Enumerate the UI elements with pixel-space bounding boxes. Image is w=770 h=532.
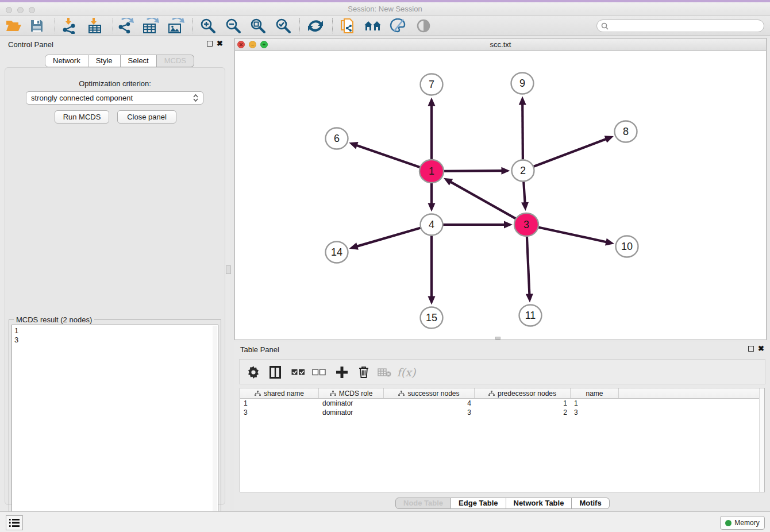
select-all-rows-icon[interactable] — [290, 364, 306, 380]
table-cell[interactable]: 1 — [571, 399, 619, 408]
main-titlebar[interactable]: Session: New Session — [0, 2, 770, 16]
toolbar-separator — [192, 18, 192, 33]
close-panel-icon[interactable]: ✖ — [217, 39, 223, 48]
network-graph[interactable]: 7968124314101511 — [236, 52, 765, 340]
edge-2-3[interactable] — [523, 182, 525, 204]
apply-style-icon[interactable] — [388, 17, 407, 34]
network-canvas[interactable]: 7968124314101511 — [236, 52, 765, 340]
memory-button[interactable]: Memory — [720, 516, 765, 530]
scrollbar[interactable] — [213, 326, 217, 532]
edge-3-10[interactable] — [538, 227, 608, 242]
node-9[interactable]: 9 — [511, 73, 534, 94]
zoom-in-icon[interactable] — [199, 17, 217, 34]
column-header-name[interactable]: name — [571, 388, 619, 398]
node-11[interactable]: 11 — [519, 305, 542, 326]
column-header-predecessor-nodes[interactable]: predecessor nodes — [475, 388, 571, 398]
table-cell[interactable]: dominator — [319, 408, 384, 417]
table-cell[interactable]: 1 — [475, 399, 571, 408]
node-3[interactable]: 3 — [514, 213, 538, 236]
splitter-handle[interactable] — [226, 265, 231, 274]
table-scrollbar[interactable] — [759, 388, 764, 492]
zoom-window-icon[interactable] — [29, 7, 35, 13]
table-cell[interactable]: 3 — [571, 408, 619, 417]
canvas-scroll-thumb[interactable] — [495, 337, 500, 340]
edge-1-6[interactable] — [356, 145, 421, 167]
task-history-button[interactable] — [6, 515, 23, 530]
deselect-all-rows-icon[interactable] — [311, 364, 327, 380]
edge-3-1[interactable] — [449, 182, 515, 219]
zoom-selected-icon[interactable] — [274, 17, 292, 34]
tab-node-table[interactable]: Node Table — [395, 498, 451, 509]
open-file-icon[interactable] — [4, 17, 22, 34]
close-window-icon[interactable] — [6, 7, 12, 13]
minimize-window-icon[interactable] — [17, 7, 24, 13]
node-7[interactable]: 7 — [421, 74, 443, 95]
column-browser-icon[interactable] — [267, 364, 283, 380]
node-2[interactable]: 2 — [512, 160, 534, 182]
column-type-icon — [330, 391, 336, 396]
edge-3-11[interactable] — [527, 237, 530, 296]
import-network-icon[interactable] — [60, 17, 78, 34]
export-network-icon[interactable] — [116, 17, 134, 34]
tab-style[interactable]: Style — [88, 55, 121, 67]
column-header-shared-name[interactable]: shared name — [240, 388, 319, 398]
node-10[interactable]: 10 — [616, 236, 638, 257]
table-body[interactable]: 1dominator4113dominator323 — [240, 399, 764, 417]
edge-2-9[interactable] — [522, 103, 523, 159]
show-hide-icon[interactable] — [414, 17, 433, 34]
zoom-out-icon[interactable] — [224, 17, 242, 34]
gear-icon[interactable] — [245, 364, 261, 380]
float-panel-icon[interactable] — [748, 346, 754, 352]
delete-column-icon[interactable] — [376, 364, 392, 380]
table-row[interactable]: 3dominator323 — [240, 408, 764, 417]
network-window-titlebar[interactable]: ✕ – + scc.txt — [235, 38, 766, 51]
tab-edge-table[interactable]: Edge Table — [451, 498, 506, 509]
table-cell[interactable]: 3 — [384, 408, 475, 417]
tab-network-table[interactable]: Network Table — [506, 498, 572, 509]
column-header-MCDS-role[interactable]: MCDS role — [319, 388, 384, 398]
node-6[interactable]: 6 — [326, 128, 348, 149]
clone-network-icon[interactable] — [338, 17, 357, 34]
node-14[interactable]: 14 — [326, 242, 348, 263]
node-table[interactable]: shared nameMCDS rolesuccessor nodesprede… — [240, 388, 765, 492]
criterion-select[interactable]: strongly connected component — [26, 91, 203, 105]
delete-icon[interactable] — [356, 364, 372, 380]
table-header[interactable]: shared nameMCDS rolesuccessor nodesprede… — [240, 388, 764, 399]
float-panel-icon[interactable] — [207, 41, 213, 47]
node-8[interactable]: 8 — [615, 121, 637, 142]
tab-motifs[interactable]: Motifs — [572, 498, 609, 509]
network-zoom-icon[interactable]: + — [260, 41, 268, 48]
search-input[interactable] — [596, 20, 764, 32]
tab-network[interactable]: Network — [45, 55, 88, 67]
edge-1-2[interactable] — [444, 171, 503, 171]
table-cell[interactable]: 4 — [384, 399, 475, 408]
tab-select[interactable]: Select — [121, 55, 157, 67]
network-overview-icon[interactable] — [364, 17, 382, 34]
node-4[interactable]: 4 — [421, 214, 443, 236]
node-1[interactable]: 1 — [419, 160, 444, 183]
save-session-icon[interactable] — [28, 17, 46, 34]
table-cell[interactable]: 3 — [240, 408, 319, 417]
edge-2-8[interactable] — [533, 138, 607, 167]
import-table-icon[interactable] — [86, 17, 104, 34]
run-mcds-button[interactable]: Run MCDS — [55, 110, 109, 124]
apply-layout-icon[interactable] — [306, 17, 325, 34]
export-image-icon[interactable] — [167, 17, 185, 34]
column-header-successor-nodes[interactable]: successor nodes — [384, 388, 475, 398]
zoom-fit-icon[interactable] — [249, 17, 267, 34]
mcds-result-list[interactable]: 1 3 — [11, 325, 218, 532]
table-cell[interactable]: 1 — [240, 399, 319, 408]
close-panel-icon[interactable]: ✖ — [758, 344, 764, 353]
node-15[interactable]: 15 — [421, 307, 443, 329]
table-cell[interactable]: dominator — [319, 399, 384, 408]
table-row[interactable]: 1dominator411 — [240, 399, 764, 408]
edge-4-14[interactable] — [356, 228, 421, 246]
tab-mcds[interactable]: MCDS — [157, 55, 194, 67]
export-table-icon[interactable] — [141, 17, 160, 34]
network-close-icon[interactable]: ✕ — [237, 41, 245, 48]
close-panel-button[interactable]: Close panel — [117, 110, 176, 124]
table-cell[interactable]: 2 — [475, 408, 571, 417]
add-column-icon[interactable] — [334, 364, 350, 380]
network-minimize-icon[interactable]: – — [249, 41, 256, 48]
mcds-result-title: MCDS result (2 nodes) — [14, 315, 94, 324]
